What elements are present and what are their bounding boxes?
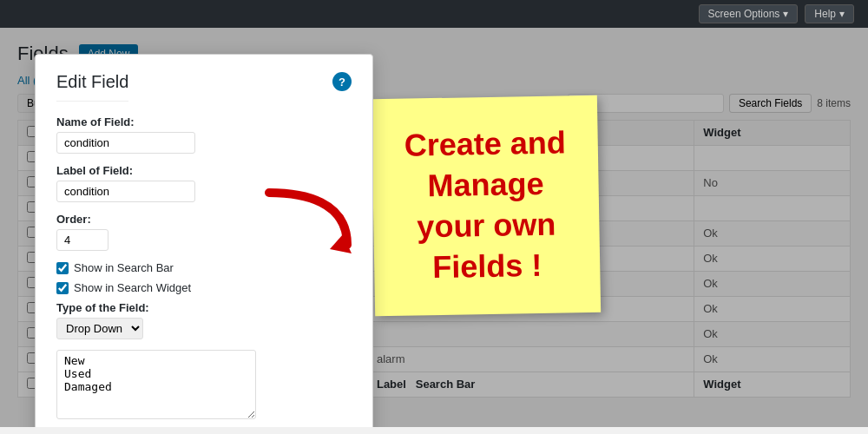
help-button[interactable]: Help ▾ <box>805 4 854 23</box>
show-search-bar-label: Show in Search Bar <box>74 261 174 274</box>
top-bar: Screen Options ▾ Help ▾ <box>0 0 868 28</box>
show-search-bar-checkbox[interactable] <box>56 262 69 274</box>
help-label: Help <box>814 8 836 20</box>
show-search-widget-row: Show in Search Widget <box>56 281 352 294</box>
label-field-input[interactable] <box>56 181 195 202</box>
type-row: Drop Down Checkbox Text Range <box>56 318 352 339</box>
values-textarea[interactable]: New Used Damaged <box>56 350 256 419</box>
name-field-group: Name of Field: <box>56 115 352 154</box>
chevron-down-icon: ▾ <box>839 8 845 20</box>
edit-field-modal: Edit Field ? Name of Field: Label of Fie… <box>35 54 373 427</box>
show-search-bar-row: Show in Search Bar <box>56 261 352 274</box>
order-field-input[interactable] <box>56 229 108 251</box>
label-field-label: Label of Field: <box>56 164 352 177</box>
screen-options-button[interactable]: Screen Options ▾ <box>699 4 799 23</box>
name-field-input[interactable] <box>56 132 195 154</box>
order-field-label: Order: <box>56 213 352 226</box>
show-search-widget-checkbox[interactable] <box>56 282 69 294</box>
type-field-select[interactable]: Drop Down Checkbox Text Range <box>56 318 143 339</box>
name-field-label: Name of Field: <box>56 115 352 128</box>
sticky-note: Create and Manage your own Fields ! <box>372 95 601 316</box>
help-icon[interactable]: ? <box>332 72 352 91</box>
type-field-group: Type of the Field: Drop Down Checkbox Te… <box>56 301 352 339</box>
label-field-group: Label of Field: <box>56 164 352 202</box>
modal-title: Edit Field <box>56 72 128 102</box>
show-search-widget-label: Show in Search Widget <box>74 281 191 294</box>
chevron-down-icon: ▾ <box>783 8 788 20</box>
type-field-label: Type of the Field: <box>56 301 352 314</box>
screen-options-label: Screen Options <box>708 8 780 20</box>
order-field-group: Order: <box>56 213 352 251</box>
main-content: Fields Add New All (8) | Bulk Actions Ap… <box>0 28 868 427</box>
values-group: New Used Damaged <box>56 350 352 422</box>
sticky-note-text: Create and Manage your own Fields ! <box>389 123 582 289</box>
